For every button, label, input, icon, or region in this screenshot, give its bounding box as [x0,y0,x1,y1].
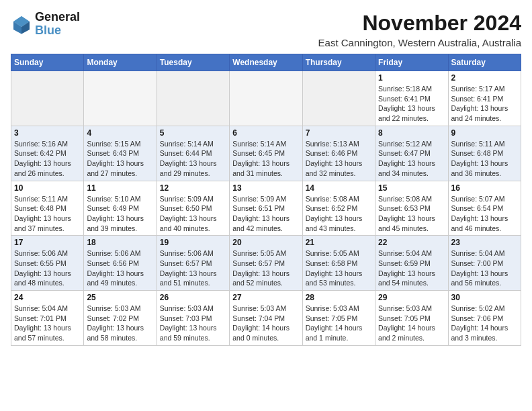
calendar-cell [230,71,302,126]
calendar-cell: 11Sunrise: 5:10 AM Sunset: 6:49 PM Dayli… [84,181,157,236]
day-info: Sunrise: 5:06 AM Sunset: 6:57 PM Dayligh… [160,248,226,288]
day-number: 6 [232,128,299,138]
day-header-friday: Friday [375,54,448,71]
calendar-cell [84,71,157,126]
day-number: 1 [378,73,445,83]
day-info: Sunrise: 5:10 AM Sunset: 6:49 PM Dayligh… [87,194,153,234]
day-number: 19 [160,238,226,247]
day-number: 3 [14,128,81,138]
calendar-header-row: SundayMondayTuesdayWednesdayThursdayFrid… [11,54,521,71]
calendar-cell: 2Sunrise: 5:17 AM Sunset: 6:41 PM Daylig… [448,71,521,126]
day-info: Sunrise: 5:11 AM Sunset: 6:48 PM Dayligh… [451,139,518,179]
day-header-wednesday: Wednesday [230,54,302,71]
calendar-cell: 20Sunrise: 5:05 AM Sunset: 6:57 PM Dayli… [230,236,302,291]
day-info: Sunrise: 5:06 AM Sunset: 6:56 PM Dayligh… [87,248,153,288]
day-number: 8 [378,128,445,138]
calendar-cell: 25Sunrise: 5:03 AM Sunset: 7:02 PM Dayli… [84,291,157,346]
logo: General Blue [11,11,80,38]
day-info: Sunrise: 5:05 AM Sunset: 6:58 PM Dayligh… [306,248,372,288]
calendar-cell: 10Sunrise: 5:11 AM Sunset: 6:48 PM Dayli… [11,181,84,236]
calendar-cell: 12Sunrise: 5:09 AM Sunset: 6:50 PM Dayli… [157,181,229,236]
calendar-cell: 4Sunrise: 5:15 AM Sunset: 6:43 PM Daylig… [84,126,157,181]
calendar-cell: 28Sunrise: 5:03 AM Sunset: 7:05 PM Dayli… [302,291,375,346]
day-info: Sunrise: 5:13 AM Sunset: 6:46 PM Dayligh… [306,139,372,179]
calendar-cell [157,71,229,126]
day-number: 23 [451,238,518,247]
day-number: 28 [306,293,372,302]
calendar-week-1: 1Sunrise: 5:18 AM Sunset: 6:41 PM Daylig… [11,71,521,126]
day-info: Sunrise: 5:11 AM Sunset: 6:48 PM Dayligh… [14,194,81,234]
day-header-tuesday: Tuesday [157,54,229,71]
day-number: 10 [14,183,81,193]
calendar: SundayMondayTuesdayWednesdayThursdayFrid… [11,54,521,346]
title-area: November 2024 East Cannington, Western A… [318,11,521,48]
calendar-cell: 14Sunrise: 5:08 AM Sunset: 6:52 PM Dayli… [302,181,375,236]
day-header-sunday: Sunday [11,54,84,71]
calendar-cell: 6Sunrise: 5:14 AM Sunset: 6:45 PM Daylig… [230,126,302,181]
day-number: 15 [378,183,445,193]
day-number: 20 [232,238,299,247]
day-number: 11 [87,183,153,193]
day-info: Sunrise: 5:07 AM Sunset: 6:54 PM Dayligh… [451,194,518,234]
day-info: Sunrise: 5:09 AM Sunset: 6:51 PM Dayligh… [232,194,299,234]
day-number: 26 [160,293,226,302]
calendar-week-4: 17Sunrise: 5:06 AM Sunset: 6:55 PM Dayli… [11,236,521,291]
calendar-cell: 21Sunrise: 5:05 AM Sunset: 6:58 PM Dayli… [302,236,375,291]
calendar-cell: 24Sunrise: 5:04 AM Sunset: 7:01 PM Dayli… [11,291,84,346]
day-info: Sunrise: 5:14 AM Sunset: 6:44 PM Dayligh… [160,139,226,179]
calendar-cell: 16Sunrise: 5:07 AM Sunset: 6:54 PM Dayli… [448,181,521,236]
day-number: 25 [87,293,153,302]
calendar-week-2: 3Sunrise: 5:16 AM Sunset: 6:42 PM Daylig… [11,126,521,181]
page-header: General Blue November 2024 East Canningt… [11,11,521,48]
calendar-cell: 15Sunrise: 5:08 AM Sunset: 6:53 PM Dayli… [375,181,448,236]
day-info: Sunrise: 5:05 AM Sunset: 6:57 PM Dayligh… [232,248,299,288]
calendar-cell: 18Sunrise: 5:06 AM Sunset: 6:56 PM Dayli… [84,236,157,291]
day-info: Sunrise: 5:04 AM Sunset: 6:59 PM Dayligh… [378,248,445,288]
calendar-cell [302,71,375,126]
calendar-cell: 9Sunrise: 5:11 AM Sunset: 6:48 PM Daylig… [448,126,521,181]
day-info: Sunrise: 5:04 AM Sunset: 7:00 PM Dayligh… [451,248,518,288]
day-info: Sunrise: 5:18 AM Sunset: 6:41 PM Dayligh… [378,84,445,124]
day-number: 18 [87,238,153,247]
calendar-cell: 19Sunrise: 5:06 AM Sunset: 6:57 PM Dayli… [157,236,229,291]
day-info: Sunrise: 5:03 AM Sunset: 7:03 PM Dayligh… [160,304,226,343]
day-info: Sunrise: 5:06 AM Sunset: 6:55 PM Dayligh… [14,248,81,288]
day-info: Sunrise: 5:17 AM Sunset: 6:41 PM Dayligh… [451,84,518,124]
day-number: 16 [451,183,518,193]
calendar-cell: 17Sunrise: 5:06 AM Sunset: 6:55 PM Dayli… [11,236,84,291]
calendar-cell: 3Sunrise: 5:16 AM Sunset: 6:42 PM Daylig… [11,126,84,181]
day-info: Sunrise: 5:09 AM Sunset: 6:50 PM Dayligh… [160,194,226,234]
day-header-thursday: Thursday [302,54,375,71]
day-number: 9 [451,128,518,138]
calendar-cell: 1Sunrise: 5:18 AM Sunset: 6:41 PM Daylig… [375,71,448,126]
calendar-cell: 8Sunrise: 5:12 AM Sunset: 6:47 PM Daylig… [375,126,448,181]
day-number: 21 [306,238,372,247]
day-number: 30 [451,293,518,302]
day-header-saturday: Saturday [448,54,521,71]
day-info: Sunrise: 5:08 AM Sunset: 6:53 PM Dayligh… [378,194,445,234]
day-info: Sunrise: 5:03 AM Sunset: 7:04 PM Dayligh… [232,304,299,343]
day-number: 27 [232,293,299,302]
day-number: 13 [232,183,299,193]
day-info: Sunrise: 5:16 AM Sunset: 6:42 PM Dayligh… [14,139,81,179]
calendar-cell: 27Sunrise: 5:03 AM Sunset: 7:04 PM Dayli… [230,291,302,346]
day-number: 17 [14,238,81,247]
calendar-cell [11,71,84,126]
calendar-cell: 30Sunrise: 5:02 AM Sunset: 7:06 PM Dayli… [448,291,521,346]
logo-icon [11,13,32,35]
day-number: 24 [14,293,81,302]
day-number: 22 [378,238,445,247]
day-number: 14 [306,183,372,193]
logo-text: General Blue [35,11,80,38]
day-info: Sunrise: 5:03 AM Sunset: 7:02 PM Dayligh… [87,304,153,343]
calendar-cell: 23Sunrise: 5:04 AM Sunset: 7:00 PM Dayli… [448,236,521,291]
calendar-cell: 5Sunrise: 5:14 AM Sunset: 6:44 PM Daylig… [157,126,229,181]
day-info: Sunrise: 5:04 AM Sunset: 7:01 PM Dayligh… [14,304,81,343]
day-number: 2 [451,73,518,83]
day-info: Sunrise: 5:02 AM Sunset: 7:06 PM Dayligh… [451,304,518,343]
day-number: 12 [160,183,226,193]
day-header-monday: Monday [84,54,157,71]
day-info: Sunrise: 5:08 AM Sunset: 6:52 PM Dayligh… [306,194,372,234]
day-number: 5 [160,128,226,138]
calendar-cell: 7Sunrise: 5:13 AM Sunset: 6:46 PM Daylig… [302,126,375,181]
